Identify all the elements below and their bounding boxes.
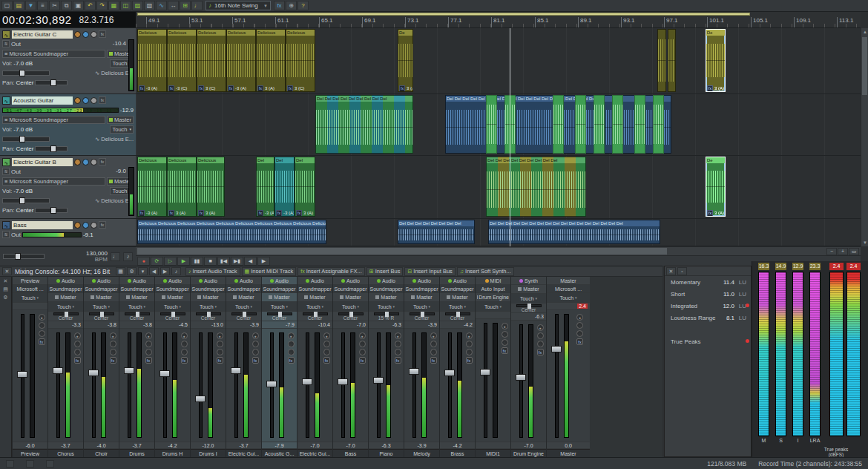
volume-slider[interactable] <box>2 198 50 203</box>
audio-clip[interactable]: Delicious fx -3 (A) <box>137 29 167 92</box>
fader-handle[interactable] <box>373 377 384 384</box>
strip-name[interactable]: MIDI1 <box>476 449 510 457</box>
insert-bus-button[interactable]: ⊞ Insert Bus <box>366 267 404 276</box>
strip-fx-icon[interactable]: fx <box>466 357 473 364</box>
audio-clip[interactable]: Del fx -3 (A) <box>256 157 274 217</box>
properties-icon[interactable]: ≡ <box>37 1 48 10</box>
fader-handle[interactable] <box>17 371 27 378</box>
erase-tool-icon[interactable]: ▧ <box>144 1 155 10</box>
mixer-strip[interactable]: Audio Soundmapper Master Touch▾ Center -… <box>440 277 475 457</box>
fader-slot[interactable] <box>122 332 136 438</box>
track-fx-chain[interactable]: ∿Delicious E... <box>95 136 134 142</box>
strip-fx-icon[interactable]: fx <box>323 357 330 364</box>
fader-handle[interactable] <box>88 370 99 376</box>
strip-mute-icon[interactable]: ◌ <box>323 341 330 347</box>
strip-arm-icon[interactable]: ● <box>181 332 188 339</box>
scrollbar-thumb[interactable] <box>137 248 667 255</box>
output-bus-button[interactable]: Master <box>48 293 83 302</box>
audio-clip[interactable]: fx <box>634 95 645 154</box>
fader-handle[interactable] <box>516 374 526 381</box>
strip-solo-icon[interactable]: ◌ <box>323 349 330 355</box>
solo-button[interactable] <box>91 31 97 38</box>
fader-slot[interactable] <box>87 332 100 438</box>
fader-slot[interactable] <box>372 332 385 438</box>
track-header-electric-guitar-c[interactable]: ∿ Electric Guitar C fx ≋Out ≡Microsoft S… <box>0 28 136 94</box>
device-select[interactable]: ≡Microsoft Soundmapper <box>2 116 105 124</box>
audio-clip[interactable]: fx <box>612 95 623 154</box>
device-select[interactable]: Soundmapper <box>155 285 190 293</box>
pan-handle[interactable] <box>65 312 68 317</box>
strip-fx-icon[interactable]: fx <box>537 349 544 355</box>
mixer-dock-icon[interactable]: ▦ <box>116 267 125 275</box>
automation-mode-select[interactable]: Touch▾ <box>155 302 190 312</box>
track-header-electric-guitar-b[interactable]: ∿ Electric Guitar B fx ≋Out ≡Microsoft S… <box>0 156 136 219</box>
strip-name[interactable]: Preview <box>13 449 47 457</box>
strip-arm-icon[interactable]: ● <box>395 332 401 339</box>
fader-slot[interactable] <box>158 332 171 438</box>
audio-clip[interactable]: Delicious fx 3 (A) <box>197 157 225 217</box>
strip-solo-icon[interactable]: ◌ <box>537 341 544 347</box>
clip-fx-icon[interactable]: fx <box>399 85 405 91</box>
clip-fx-icon[interactable]: fx <box>228 85 234 91</box>
fader-handle[interactable] <box>266 381 277 387</box>
strip-mute-icon[interactable]: ◌ <box>430 341 437 347</box>
strip-arm-icon[interactable]: ● <box>252 332 259 339</box>
strip-fx-icon[interactable]: fx <box>74 357 81 364</box>
strip-arm-icon[interactable]: ● <box>537 324 544 331</box>
mixer-strip[interactable]: Audio Soundmapper Master Touch▾ Center -… <box>48 277 83 457</box>
strip-name[interactable]: Chorus <box>48 449 83 457</box>
device-select[interactable]: Soundmapper <box>333 285 368 293</box>
strip-mute-icon[interactable]: ◌ <box>288 341 295 347</box>
strip-mute-icon[interactable]: ◌ <box>395 341 401 347</box>
pan-handle[interactable] <box>171 312 175 317</box>
automation-mode-select[interactable]: Touch▾ <box>547 293 590 303</box>
output-bus-button[interactable]: Master <box>119 293 154 302</box>
time-signature-icon[interactable]: ♩ <box>111 252 120 261</box>
fader-handle[interactable] <box>124 367 134 374</box>
time-display[interactable]: 00:02:30,892 82.3.716 <box>0 12 136 28</box>
pause-button[interactable]: ▮▮ <box>191 257 203 266</box>
clip-fx-icon[interactable]: fx <box>168 210 174 216</box>
track-name[interactable]: Electric Guitar B <box>12 158 73 166</box>
audio-clip[interactable]: Delicious Delicious Delicious Delicious … <box>137 220 326 244</box>
fader-area[interactable]: ● ◌ ◌ fx <box>404 329 439 442</box>
copy-icon[interactable]: ⧉ <box>61 1 72 10</box>
strip-mute-icon[interactable]: ◌ <box>537 332 544 339</box>
strip-fx-icon[interactable]: fx <box>395 357 401 364</box>
mixer-strip[interactable]: Audio Soundmapper Master Touch▾ Center -… <box>84 277 119 457</box>
audio-clip[interactable]: De fx 3 (A) <box>706 157 726 217</box>
pan-slider[interactable] <box>89 312 114 315</box>
pan-slider[interactable] <box>338 312 364 315</box>
clip-fx-icon[interactable]: fx <box>707 85 713 91</box>
mixer-strip[interactable]: Audio Soundmapper Master Touch▾ Center -… <box>333 277 368 457</box>
audio-clip[interactable]: Delicious fx 3 (A) <box>167 157 197 217</box>
zoom-tool-icon[interactable]: ⊕ <box>286 1 297 10</box>
clip-fx-icon[interactable]: fx <box>296 210 302 216</box>
automation-mode-select[interactable]: Touch▾ <box>297 302 332 312</box>
fader-handle[interactable] <box>338 378 348 385</box>
strip-fx-icon[interactable]: fx <box>39 338 45 345</box>
device-select[interactable]: Soundmapper <box>297 285 332 293</box>
tempo-handle[interactable] <box>15 253 21 260</box>
strip-solo-icon[interactable]: ◌ <box>576 330 583 337</box>
fader-area[interactable]: ● ◌ ◌ fx <box>440 329 475 442</box>
volume-handle[interactable] <box>19 70 25 76</box>
fader-handle[interactable] <box>195 396 206 402</box>
audio-clip[interactable]: fx <box>668 29 676 92</box>
fader-handle[interactable] <box>444 370 455 376</box>
audio-clip[interactable]: Delicious fx 3 (C) <box>197 29 226 92</box>
audio-clip[interactable]: Delicious fx 3 (A) <box>256 29 286 92</box>
pan-handle[interactable] <box>136 312 139 317</box>
fader-slot[interactable] <box>336 332 349 438</box>
fader-slot[interactable] <box>550 314 563 438</box>
pan-handle[interactable] <box>385 312 389 317</box>
strip-solo-icon[interactable]: ◌ <box>110 349 116 355</box>
track-name[interactable]: Electric Guitar C <box>12 30 73 39</box>
strip-name[interactable]: Drums I <box>191 449 226 457</box>
mute-button[interactable] <box>82 97 89 104</box>
timeline-ruler[interactable]: 49.1 53.1 57.1 61.1 65.1 69.1 73.1 77.1 … <box>136 12 861 28</box>
pan-slider[interactable] <box>125 312 150 315</box>
output-bus-button[interactable]: Master <box>191 293 226 302</box>
strip-fx-icon[interactable]: fx <box>359 357 366 364</box>
automation-mode-select[interactable]: Touch▾ <box>369 302 404 312</box>
